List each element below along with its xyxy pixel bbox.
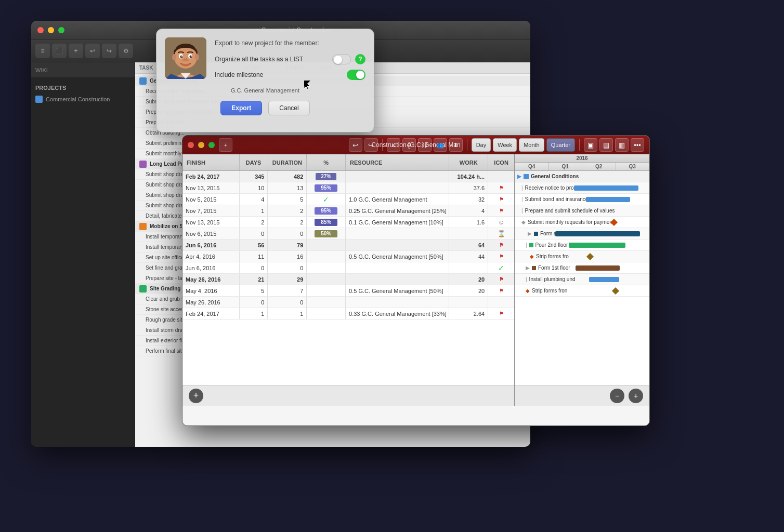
list-view-btn[interactable]: ≡ (387, 138, 400, 152)
cell-duration: 1 (268, 308, 307, 319)
more-btn[interactable]: ••• (631, 138, 644, 152)
cell-percent (307, 285, 346, 296)
hourglass-icon: ⌛ (498, 230, 505, 237)
cell-days: 5 (240, 285, 268, 296)
share-btn[interactable]: ⛓ (418, 138, 432, 152)
flag-icon: ⚑ (499, 276, 504, 282)
quarter-btn[interactable]: Quarter (546, 138, 575, 152)
gantt-q3: Q3 (616, 163, 650, 170)
gantt-task-label: Prepare and submit schedule of values (525, 208, 615, 214)
svg-point-12 (195, 54, 199, 60)
cell-days: 56 (240, 240, 268, 250)
table-row[interactable]: Feb 24, 2017 1 1 0.33 G.C. General Manag… (182, 308, 514, 320)
cell-finish: Apr 4, 2016 (182, 251, 240, 262)
th-percent: % (307, 154, 346, 170)
flag-icon: ⚑ (499, 288, 504, 294)
cell-duration: 482 (268, 171, 307, 182)
table-row[interactable]: May 4, 2016 5 7 0.5 G.C. General Managem… (182, 285, 514, 297)
cell-percent (307, 262, 346, 273)
th-icon: ICON (488, 154, 514, 170)
month-btn[interactable]: Month (519, 138, 544, 152)
cell-percent: 50% (307, 228, 346, 239)
color-block (35, 96, 43, 103)
gantt-row: | Receive notice to proceed and sign con… (515, 182, 649, 194)
toolbar-btn-5[interactable]: ↪ (102, 44, 116, 58)
table-row[interactable]: Nov 13, 2015 10 13 95% 37.6 ⚑ (182, 182, 514, 194)
add-row-button[interactable]: + (189, 389, 203, 403)
toolbar-btn-3[interactable]: + (69, 44, 83, 58)
toggle-milestone-switch[interactable] (347, 70, 365, 80)
layout-btn-1[interactable]: ▣ (584, 138, 597, 152)
cell-work: 44 (449, 251, 488, 262)
toggle-knob (334, 56, 342, 64)
maximize-btn[interactable] (58, 27, 64, 33)
toggle-list-switch[interactable] (332, 54, 351, 64)
table-row[interactable]: Jun 6, 2016 0 0 ✓ (182, 262, 514, 274)
week-btn[interactable]: Week (493, 138, 517, 152)
layout-btn-3[interactable]: ▥ (615, 138, 629, 152)
cell-duration: 0 (268, 262, 307, 273)
cell-work: 4 (449, 205, 488, 216)
cancel-button[interactable]: Cancel (268, 101, 309, 115)
team-btn[interactable]: 👥 (434, 138, 447, 152)
add-btn[interactable]: + (219, 138, 232, 152)
help-button[interactable]: ? (355, 54, 365, 64)
cell-percent: 95% (307, 182, 346, 193)
mid-maximize-btn[interactable] (208, 142, 215, 148)
cell-work: 37.6 (449, 182, 488, 193)
zoom-in-button[interactable]: + (629, 389, 643, 403)
sidebar-item-1[interactable]: Commercial Construction (31, 94, 135, 105)
table-row[interactable]: Nov 13, 2015 2 2 85% 0.1 G.C. General Ma… (182, 217, 514, 228)
gantt-row: ▶ Form 1st floor (515, 262, 649, 274)
checkmark-icon: ✓ (498, 264, 504, 272)
mid-window: + Construction [G.C. General Man ↩ ↪ ≡ ⊕… (182, 135, 650, 426)
cell-work: 20 (449, 274, 488, 285)
cell-icon: ⚑ (488, 240, 514, 250)
toolbar-btn-2[interactable]: ⬛ (52, 44, 67, 58)
tree-btn[interactable]: ⊕ (402, 138, 416, 152)
gantt-task-label: Form 1st floor (538, 265, 570, 271)
close-btn[interactable] (37, 27, 44, 33)
cell-finish: Feb 24, 2017 (182, 171, 240, 182)
toolbar-btn-6[interactable]: ⚙ (119, 44, 133, 58)
zoom-out-button[interactable]: − (610, 389, 624, 403)
cell-days: 2 (240, 217, 268, 228)
sidebar-section: PROJECTS (31, 82, 135, 94)
gantt-q1: Q1 (549, 163, 583, 170)
table-row[interactable]: May 26, 2016 21 29 20 ⚑ (182, 274, 514, 285)
cell-duration: 0 (268, 297, 307, 308)
table-row[interactable]: Apr 4, 2016 11 16 0.5 G.C. General Manag… (182, 251, 514, 262)
cell-finish: Jun 6, 2016 (182, 240, 240, 250)
cell-days: 0 (240, 228, 268, 239)
task-rows: Feb 24, 2017 345 482 27% 104.24 h... Nov… (182, 171, 514, 385)
toolbar-btn-4[interactable]: ↩ (85, 44, 100, 58)
sidebar-label: Commercial Construction (46, 96, 110, 102)
toolbar-btn-1[interactable]: ≡ (35, 44, 50, 58)
day-btn[interactable]: Day (472, 138, 491, 152)
cell-icon: ⚑ (488, 274, 514, 285)
cell-work: 1.6 (449, 217, 488, 228)
gantt-row: | Prepare and submit schedule of values (515, 205, 649, 217)
cell-work: 32 (449, 194, 488, 205)
gantt-row: ◆ Strip forms fro (515, 251, 649, 262)
table-row[interactable]: May 26, 2016 0 0 (182, 297, 514, 308)
table-row[interactable]: Jun 6, 2016 56 79 64 ⚑ (182, 240, 514, 251)
undo-btn[interactable]: ↩ (349, 138, 362, 152)
task-label: Set up site office (146, 255, 184, 260)
mid-minimize-btn[interactable] (198, 142, 204, 148)
mid-body: FINISH DAYS DURATION % RESOURCE WORK ICO… (182, 154, 649, 406)
cell-resource (346, 297, 449, 308)
cell-duration: 2 (268, 217, 307, 228)
table-row[interactable]: Nov 5, 2015 4 5 ✓ 1.0 G.C. General Manag… (182, 194, 514, 205)
table-row[interactable]: Nov 6, 2015 0 0 50% ⌛ (182, 228, 514, 240)
table-row[interactable]: Nov 7, 2015 1 2 95% 0.25 G.C. General Ma… (182, 205, 514, 217)
table-row[interactable]: Feb 24, 2017 345 482 27% 104.24 h... (182, 171, 514, 182)
cell-resource (346, 228, 449, 239)
export-btn[interactable]: ⬆ (449, 138, 463, 152)
export-button[interactable]: Export (220, 101, 262, 115)
cell-days: 11 (240, 251, 268, 262)
layout-btn-2[interactable]: ▤ (599, 138, 613, 152)
mid-close-btn[interactable] (188, 142, 194, 148)
minimize-btn[interactable] (48, 27, 54, 33)
redo-btn[interactable]: ↪ (364, 138, 378, 152)
